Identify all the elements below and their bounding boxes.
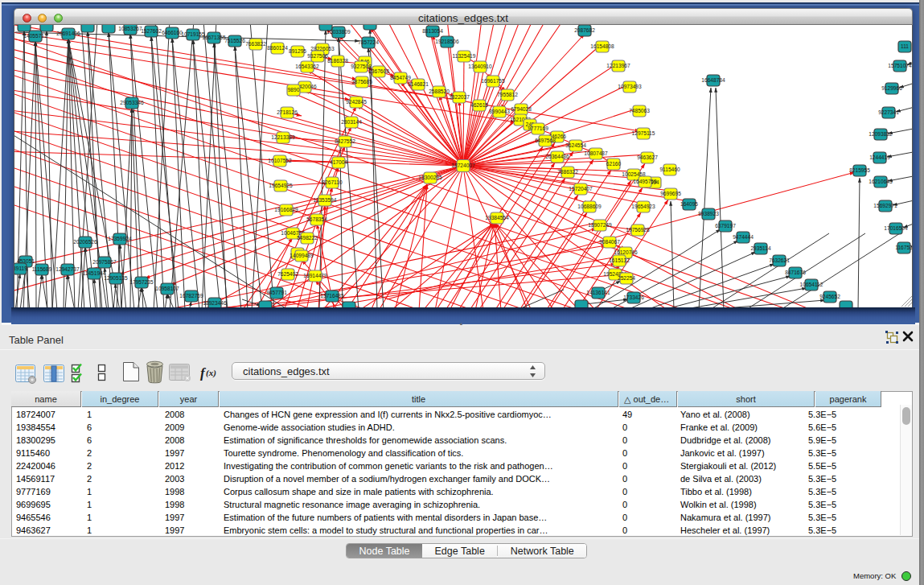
svg-text:17016504: 17016504 xyxy=(884,225,908,231)
svg-text:9242845: 9242845 xyxy=(346,99,367,105)
svg-text:6466160: 6466160 xyxy=(162,30,183,35)
svg-text:19756928: 19756928 xyxy=(626,227,650,233)
svg-text:16961755: 16961755 xyxy=(481,78,505,84)
svg-text:462615: 462615 xyxy=(470,102,488,108)
svg-text:10688609: 10688609 xyxy=(577,204,602,209)
svg-text:2087682: 2087682 xyxy=(574,27,595,33)
svg-text:16782759: 16782759 xyxy=(179,293,203,299)
svg-text:9474444: 9474444 xyxy=(733,234,754,240)
svg-text:6497568: 6497568 xyxy=(535,138,556,143)
svg-text:14099489: 14099489 xyxy=(290,253,314,258)
svg-text:1115689: 1115689 xyxy=(32,266,52,272)
svg-text:9327506: 9327506 xyxy=(307,53,328,59)
svg-text:16033809: 16033809 xyxy=(326,29,351,35)
svg-text:15751074: 15751074 xyxy=(888,63,912,68)
svg-text:12905135: 12905135 xyxy=(104,275,128,281)
svg-text:20975867: 20975867 xyxy=(92,259,117,265)
svg-text:5678354: 5678354 xyxy=(306,216,327,222)
svg-text:14055712: 14055712 xyxy=(23,33,47,39)
svg-text:7955812: 7955812 xyxy=(497,92,518,97)
svg-text:8215955: 8215955 xyxy=(849,167,870,173)
svg-text:9129966: 9129966 xyxy=(881,85,902,91)
svg-text:16210643: 16210643 xyxy=(869,179,893,184)
svg-text:17957235: 17957235 xyxy=(129,279,154,285)
svg-text:8427552: 8427552 xyxy=(335,138,355,144)
svg-text:16495759: 16495759 xyxy=(633,179,657,184)
svg-text:19166829: 19166829 xyxy=(274,207,298,212)
svg-text:16120746: 16120746 xyxy=(614,249,638,255)
svg-text:10807487: 10807487 xyxy=(584,150,608,156)
svg-text:19654925: 19654925 xyxy=(269,183,293,188)
svg-text:18724007: 18724007 xyxy=(451,163,475,168)
svg-text:18300295: 18300295 xyxy=(418,175,442,180)
svg-text:16914479: 16914479 xyxy=(303,273,327,278)
svg-text:39119: 39119 xyxy=(14,266,27,271)
svg-text:62160: 62160 xyxy=(606,161,622,167)
svg-text:1733426: 1733426 xyxy=(623,295,644,300)
svg-text:7485063: 7485063 xyxy=(629,108,650,113)
svg-text:19218506: 19218506 xyxy=(435,39,459,44)
svg-text:14136141: 14136141 xyxy=(586,290,610,295)
svg-text:12213967: 12213967 xyxy=(606,63,630,68)
svg-text:1527602: 1527602 xyxy=(141,28,162,34)
svg-text:11353594: 11353594 xyxy=(314,197,337,203)
svg-text:8267110: 8267110 xyxy=(322,179,343,185)
svg-text:8990443: 8990443 xyxy=(489,109,510,114)
svg-text:7886322: 7886322 xyxy=(557,169,578,175)
svg-text:10958107: 10958107 xyxy=(155,286,179,291)
svg-text:1615132: 1615132 xyxy=(609,257,630,263)
svg-text:891295: 891295 xyxy=(289,48,306,54)
svg-text:15716485: 15716485 xyxy=(320,293,344,299)
svg-text:3875685: 3875685 xyxy=(351,79,372,84)
svg-text:16671355: 16671355 xyxy=(202,35,226,40)
svg-text:16154808: 16154808 xyxy=(590,43,614,49)
svg-text:116753: 116753 xyxy=(895,245,913,250)
svg-text:6379197: 6379197 xyxy=(715,223,736,229)
svg-text:6794028: 6794028 xyxy=(511,106,532,112)
svg-text:18923446: 18923446 xyxy=(203,300,227,306)
svg-text:11325419: 11325419 xyxy=(453,53,476,59)
svg-text:9777169: 9777169 xyxy=(528,126,548,131)
svg-text:5498222: 5498222 xyxy=(297,235,318,241)
svg-text:15720407: 15720407 xyxy=(569,186,593,192)
svg-text:29053346: 29053346 xyxy=(120,100,144,105)
svg-text:8454749: 8454749 xyxy=(390,75,411,80)
svg-text:9457791: 9457791 xyxy=(266,290,287,295)
svg-text:417004: 417004 xyxy=(330,159,347,165)
svg-text:9227341: 9227341 xyxy=(878,109,899,115)
svg-text:9084067: 9084067 xyxy=(599,239,620,245)
svg-text:111: 111 xyxy=(901,43,909,49)
svg-text:3624554: 3624554 xyxy=(565,142,586,148)
svg-text:7857224: 7857224 xyxy=(358,39,379,45)
svg-text:2935114: 2935114 xyxy=(750,245,771,251)
svg-text:10654112: 10654112 xyxy=(800,282,823,287)
svg-text:9890: 9890 xyxy=(288,87,300,93)
svg-text:252254: 252254 xyxy=(618,275,635,281)
svg-text:9699695: 9699695 xyxy=(660,191,681,196)
svg-text:10853267: 10853267 xyxy=(118,26,142,31)
svg-text:7625402: 7625402 xyxy=(277,271,298,277)
svg-text:8938923: 8938923 xyxy=(698,211,719,216)
svg-text:12942737: 12942737 xyxy=(55,266,80,272)
svg-text:12975115: 12975115 xyxy=(632,130,655,136)
svg-text:2718126: 2718126 xyxy=(277,109,298,115)
svg-text:12093832: 12093832 xyxy=(869,131,893,137)
svg-text:16543362: 16543362 xyxy=(295,64,319,69)
svg-text:9245652: 9245652 xyxy=(819,294,840,299)
svg-text:11451944: 11451944 xyxy=(83,270,106,276)
svg-text:17359924: 17359924 xyxy=(108,236,132,241)
svg-text:12213389: 12213389 xyxy=(271,134,295,140)
svg-text:19654923: 19654923 xyxy=(631,204,655,209)
svg-text:8186328: 8186328 xyxy=(327,58,348,64)
svg-text:10973493: 10973493 xyxy=(618,84,642,89)
svg-text:2367608: 2367608 xyxy=(368,68,389,74)
svg-text:8471676: 8471676 xyxy=(785,270,806,275)
svg-text:9463627: 9463627 xyxy=(637,154,658,160)
svg-text:(x): (x) xyxy=(206,368,216,378)
svg-text:15692971: 15692971 xyxy=(873,203,897,208)
svg-text:1244419: 1244419 xyxy=(869,154,890,160)
svg-text:16648784: 16648784 xyxy=(701,77,725,83)
svg-text:9146821: 9146821 xyxy=(408,81,429,87)
svg-text:20691406: 20691406 xyxy=(56,31,80,36)
svg-text:164095: 164095 xyxy=(680,201,698,207)
